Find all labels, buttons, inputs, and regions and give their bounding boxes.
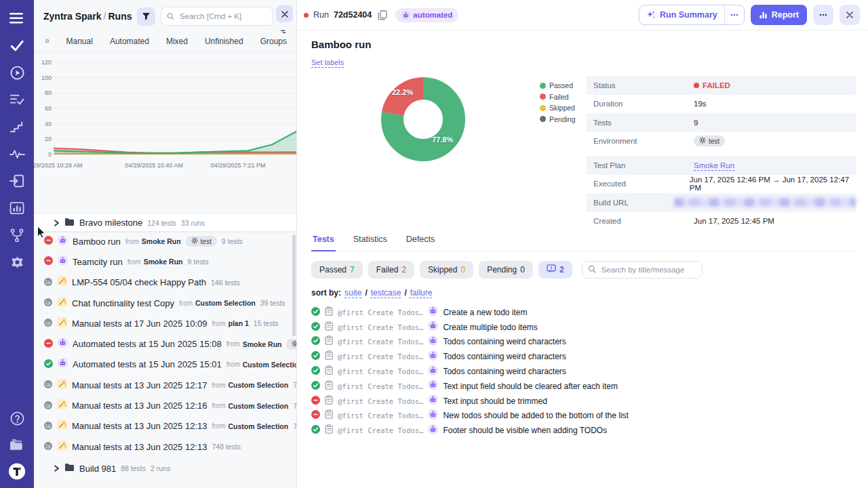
check-icon[interactable] <box>8 37 26 54</box>
test-list-item[interactable]: @first Create Todos…Todos containing wei… <box>311 349 856 364</box>
test-list-item[interactable]: @first Create Todos…Todos containing wei… <box>311 335 856 350</box>
environment-tag: test <box>286 339 296 350</box>
source-name: Smoke Run <box>243 340 282 348</box>
filter-skipped-button[interactable]: Skipped0 <box>420 261 473 279</box>
test-list-item[interactable]: @first Create Todos…Text input should be… <box>311 394 856 409</box>
panel-resize-handle[interactable] <box>281 24 288 37</box>
run-source: fromplan 1 <box>212 319 248 327</box>
run-list-item[interactable]: Manual tests at 17 Jun 2025 10:09frompla… <box>34 313 296 333</box>
tab-manual[interactable]: Manual <box>66 37 93 46</box>
run-list-item[interactable]: Teamcity runfromSmoke Run9 tests <box>34 251 296 272</box>
runs-panel: Zyntra Spark/Runs Manual Automated Mixed… <box>34 0 297 488</box>
run-summary-more-button[interactable] <box>724 5 744 24</box>
tab-unfinished[interactable]: Unfinished <box>205 37 243 46</box>
tests-count: 15 tests <box>254 319 279 327</box>
chevron-right-icon[interactable] <box>54 462 60 474</box>
tab-defects[interactable]: Defects <box>405 235 436 251</box>
panel-close-button[interactable] <box>276 5 293 22</box>
detail-label: Created <box>593 217 694 225</box>
run-title: Teamcity run <box>73 257 123 267</box>
run-list-item[interactable]: Manual tests at 13 Jun 2025 12:13fromCus… <box>34 416 296 436</box>
scrollbar-thumb[interactable] <box>292 235 296 336</box>
test-filter-row: Passed7Failed2Skipped0Pending02 <box>311 261 856 279</box>
run-title: Bamboo run <box>73 237 121 247</box>
automated-badge[interactable]: automated <box>395 8 458 22</box>
bar-chart-icon[interactable] <box>8 199 26 217</box>
copy-run-id-button[interactable] <box>376 9 389 22</box>
report-button[interactable]: Report <box>751 5 807 25</box>
pulse-icon[interactable] <box>8 145 26 163</box>
tab-statistics[interactable]: Statistics <box>352 235 389 251</box>
run-list-item[interactable]: Manual tests at 13 Jun 2025 12:16fromCus… <box>34 395 296 415</box>
test-list-item[interactable]: @first Create Todos…Footer should be vis… <box>311 423 856 438</box>
steps-icon[interactable] <box>8 118 26 136</box>
sort-testcase-link[interactable]: testcase <box>371 288 401 298</box>
test-list-item[interactable]: @first Create Todos…New todos should be … <box>311 409 856 424</box>
chevron-right-icon[interactable] <box>54 217 60 229</box>
close-run-button[interactable] <box>840 5 860 25</box>
test-list-item[interactable]: @first Create Todos…Text input field sho… <box>311 379 856 394</box>
run-list-item[interactable]: Manual tests at 13 Jun 2025 12:13748 tes… <box>34 436 296 457</box>
run-list-item[interactable]: Automated tests at 15 Jun 2025 15:01from… <box>34 354 296 375</box>
run-title: Manual tests at 13 Jun 2025 12:17 <box>72 380 207 390</box>
filter-pending-button[interactable]: Pending0 <box>479 261 533 279</box>
gear-icon[interactable] <box>8 253 26 271</box>
tests-count: 748 tests <box>212 443 241 451</box>
more-actions-button[interactable] <box>813 5 833 25</box>
test-plan-link[interactable]: Smoke Run <box>694 161 734 169</box>
test-list-item[interactable]: @first Create Todos…Create multiple todo… <box>311 320 856 335</box>
test-suite-path: @first Create Todos… <box>338 308 423 317</box>
run-summary-button[interactable]: Run Summary <box>639 5 724 24</box>
run-summary-label: Run Summary <box>660 10 717 20</box>
filter-button[interactable] <box>137 7 155 26</box>
passed-status-icon <box>311 336 320 348</box>
tab-automated[interactable]: Automated <box>110 37 149 46</box>
tab-groups[interactable]: Groups <box>260 37 287 46</box>
filter-count: 0 <box>520 265 525 274</box>
run-list-item[interactable]: Automated tests at 15 Jun 2025 15:08from… <box>34 333 296 354</box>
list-check-icon[interactable] <box>8 91 26 108</box>
test-title: New todos should be added to the bottom … <box>443 411 629 420</box>
automated-test-icon <box>428 424 438 437</box>
detail-label: Status <box>593 81 694 89</box>
run-list-item[interactable]: Chat functinality test CopyfromCustom Se… <box>34 293 296 313</box>
failed-percentage-label: 22.2% <box>392 88 413 96</box>
comment-filter-button[interactable]: 2 <box>538 261 572 279</box>
sort-suite-link[interactable]: suite <box>344 288 361 298</box>
ai-sparkle-icon <box>646 10 656 20</box>
run-source: fromSmoke Run <box>125 237 181 245</box>
folders-icon[interactable] <box>8 436 26 453</box>
source-name: Smoke Run <box>142 237 181 245</box>
sign-in-icon[interactable] <box>8 172 26 190</box>
from-label: from <box>226 361 240 368</box>
sort-failure-link[interactable]: failure <box>410 288 433 298</box>
folder-row[interactable]: Build 98188 tests2 runs <box>34 459 296 478</box>
select-checkbox-icon[interactable] <box>45 36 50 46</box>
set-labels-link[interactable]: Set labels <box>311 58 344 66</box>
legend-label: Failed <box>549 93 569 101</box>
finished-status-icon <box>44 297 52 309</box>
run-list-item[interactable]: Bamboo runfromSmoke Runtest9 tests <box>34 231 296 251</box>
milestone-row[interactable]: Bravo milestone124 tests33 runs <box>34 214 296 231</box>
runs-search-input[interactable] <box>178 12 267 21</box>
branch-icon[interactable] <box>8 226 26 244</box>
test-list-item[interactable]: @first Create Todos…Create a new todo it… <box>311 305 856 320</box>
play-icon[interactable] <box>8 64 26 81</box>
run-list-item[interactable]: Manual tests at 13 Jun 2025 12:17fromCus… <box>34 375 296 395</box>
tab-tests[interactable]: Tests <box>311 235 336 251</box>
tab-mixed[interactable]: Mixed <box>166 37 188 46</box>
logo-icon[interactable] <box>8 462 26 480</box>
help-icon[interactable] <box>8 409 26 427</box>
test-list-item[interactable]: @first Create Todos…Todos containing wei… <box>311 364 856 379</box>
menu-icon[interactable] <box>8 9 26 27</box>
tests-search-input[interactable] <box>600 265 696 274</box>
ellipsis-icon <box>819 14 827 16</box>
test-title: Text input field should be cleared after… <box>443 382 617 391</box>
manual-run-icon <box>57 317 67 330</box>
filter-passed-button[interactable]: Passed7 <box>311 261 363 279</box>
filter-failed-button[interactable]: Failed2 <box>368 261 414 279</box>
run-source: fromSmoke Run <box>127 258 183 266</box>
gear-icon <box>699 137 706 145</box>
run-list-item[interactable]: LMP-554 05/04 check Happy Path146 tests <box>34 272 296 293</box>
svg-text:100: 100 <box>41 75 52 81</box>
